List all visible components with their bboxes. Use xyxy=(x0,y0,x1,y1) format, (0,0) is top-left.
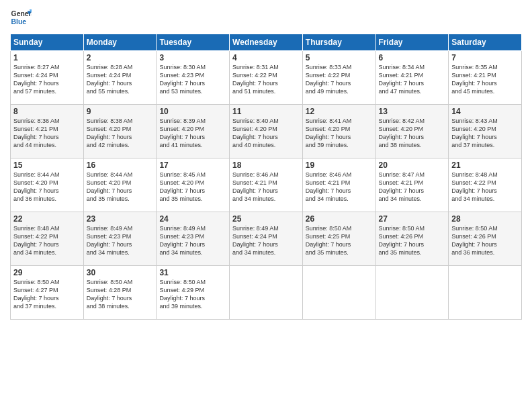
day-info: Sunrise: 8:50 AM Sunset: 4:29 PM Dayligh… xyxy=(159,278,226,311)
day-info: Sunrise: 8:27 AM Sunset: 4:24 PM Dayligh… xyxy=(13,63,81,96)
day-number: 25 xyxy=(232,214,300,224)
day-info: Sunrise: 8:36 AM Sunset: 4:21 PM Dayligh… xyxy=(13,117,81,150)
calendar-body: 1Sunrise: 8:27 AM Sunset: 4:24 PM Daylig… xyxy=(11,51,522,320)
day-cell-7: 7Sunrise: 8:35 AM Sunset: 4:21 PM Daylig… xyxy=(449,51,522,105)
day-number: 13 xyxy=(379,107,446,116)
day-info: Sunrise: 8:43 AM Sunset: 4:20 PM Dayligh… xyxy=(451,117,519,150)
day-info: Sunrise: 8:50 AM Sunset: 4:26 PM Dayligh… xyxy=(451,224,519,257)
svg-text:Blue: Blue xyxy=(11,18,27,26)
day-cell-11: 11Sunrise: 8:40 AM Sunset: 4:20 PM Dayli… xyxy=(230,105,303,158)
day-header-tuesday: Tuesday xyxy=(157,34,230,51)
day-number: 30 xyxy=(87,268,154,277)
day-cell-24: 24Sunrise: 8:49 AM Sunset: 4:23 PM Dayli… xyxy=(157,212,230,266)
day-number: 7 xyxy=(451,53,519,62)
page: General Blue SundayMondayTuesdayWednesda… xyxy=(0,0,532,411)
day-cell-12: 12Sunrise: 8:41 AM Sunset: 4:20 PM Dayli… xyxy=(302,105,375,158)
day-info: Sunrise: 8:42 AM Sunset: 4:20 PM Dayligh… xyxy=(379,117,446,150)
day-number: 4 xyxy=(232,53,300,62)
week-row-1: 1Sunrise: 8:27 AM Sunset: 4:24 PM Daylig… xyxy=(11,51,522,105)
day-info: Sunrise: 8:50 AM Sunset: 4:28 PM Dayligh… xyxy=(87,278,154,311)
day-cell-31: 31Sunrise: 8:50 AM Sunset: 4:29 PM Dayli… xyxy=(157,266,230,320)
week-row-5: 29Sunrise: 8:50 AM Sunset: 4:27 PM Dayli… xyxy=(11,266,522,320)
day-info: Sunrise: 8:49 AM Sunset: 4:23 PM Dayligh… xyxy=(159,224,226,257)
day-cell-20: 20Sunrise: 8:47 AM Sunset: 4:21 PM Dayli… xyxy=(375,158,449,212)
day-info: Sunrise: 8:47 AM Sunset: 4:21 PM Dayligh… xyxy=(379,171,446,203)
day-info: Sunrise: 8:41 AM Sunset: 4:20 PM Dayligh… xyxy=(306,117,373,150)
day-number: 26 xyxy=(306,214,373,224)
day-number: 10 xyxy=(159,107,226,116)
day-info: Sunrise: 8:44 AM Sunset: 4:20 PM Dayligh… xyxy=(13,171,81,203)
day-header-sunday: Sunday xyxy=(11,34,84,51)
day-number: 22 xyxy=(13,214,81,224)
day-cell-5: 5Sunrise: 8:33 AM Sunset: 4:22 PM Daylig… xyxy=(302,51,375,105)
empty-cell xyxy=(375,266,449,320)
empty-cell xyxy=(302,266,375,320)
day-number: 20 xyxy=(379,161,446,170)
day-info: Sunrise: 8:50 AM Sunset: 4:26 PM Dayligh… xyxy=(379,224,446,257)
day-cell-18: 18Sunrise: 8:46 AM Sunset: 4:21 PM Dayli… xyxy=(230,158,303,212)
day-cell-17: 17Sunrise: 8:45 AM Sunset: 4:20 PM Dayli… xyxy=(157,158,230,212)
day-number: 28 xyxy=(451,214,519,224)
day-number: 14 xyxy=(451,107,519,116)
day-number: 8 xyxy=(13,107,81,116)
day-number: 27 xyxy=(379,214,446,224)
day-number: 3 xyxy=(159,53,226,62)
day-info: Sunrise: 8:45 AM Sunset: 4:20 PM Dayligh… xyxy=(159,171,226,203)
day-number: 17 xyxy=(159,161,226,170)
day-cell-14: 14Sunrise: 8:43 AM Sunset: 4:20 PM Dayli… xyxy=(449,105,522,158)
calendar-table: SundayMondayTuesdayWednesdayThursdayFrid… xyxy=(10,34,522,320)
day-cell-26: 26Sunrise: 8:50 AM Sunset: 4:25 PM Dayli… xyxy=(302,212,375,266)
day-cell-21: 21Sunrise: 8:48 AM Sunset: 4:22 PM Dayli… xyxy=(449,158,522,212)
week-row-4: 22Sunrise: 8:48 AM Sunset: 4:22 PM Dayli… xyxy=(11,212,522,266)
day-info: Sunrise: 8:35 AM Sunset: 4:21 PM Dayligh… xyxy=(451,63,519,96)
day-info: Sunrise: 8:30 AM Sunset: 4:23 PM Dayligh… xyxy=(159,63,226,96)
day-number: 23 xyxy=(87,214,154,224)
day-cell-2: 2Sunrise: 8:28 AM Sunset: 4:24 PM Daylig… xyxy=(83,51,157,105)
logo: General Blue xyxy=(10,7,32,28)
day-cell-15: 15Sunrise: 8:44 AM Sunset: 4:20 PM Dayli… xyxy=(11,158,84,212)
day-number: 11 xyxy=(232,107,300,116)
day-number: 6 xyxy=(379,53,446,62)
day-number: 15 xyxy=(13,161,81,170)
day-cell-10: 10Sunrise: 8:39 AM Sunset: 4:20 PM Dayli… xyxy=(157,105,230,158)
day-cell-28: 28Sunrise: 8:50 AM Sunset: 4:26 PM Dayli… xyxy=(449,212,522,266)
day-header-wednesday: Wednesday xyxy=(230,34,303,51)
day-cell-30: 30Sunrise: 8:50 AM Sunset: 4:28 PM Dayli… xyxy=(83,266,157,320)
day-number: 5 xyxy=(306,53,373,62)
day-info: Sunrise: 8:40 AM Sunset: 4:20 PM Dayligh… xyxy=(232,117,300,150)
day-header-monday: Monday xyxy=(83,34,157,51)
day-info: Sunrise: 8:44 AM Sunset: 4:20 PM Dayligh… xyxy=(87,171,154,203)
day-info: Sunrise: 8:48 AM Sunset: 4:22 PM Dayligh… xyxy=(451,171,519,203)
day-cell-8: 8Sunrise: 8:36 AM Sunset: 4:21 PM Daylig… xyxy=(11,105,84,158)
day-number: 19 xyxy=(306,161,373,170)
calendar-header-row: SundayMondayTuesdayWednesdayThursdayFrid… xyxy=(11,34,522,51)
day-number: 16 xyxy=(87,161,154,170)
header: General Blue xyxy=(10,7,522,28)
day-info: Sunrise: 8:50 AM Sunset: 4:27 PM Dayligh… xyxy=(13,278,81,311)
day-cell-22: 22Sunrise: 8:48 AM Sunset: 4:22 PM Dayli… xyxy=(11,212,84,266)
day-cell-6: 6Sunrise: 8:34 AM Sunset: 4:21 PM Daylig… xyxy=(375,51,449,105)
day-info: Sunrise: 8:31 AM Sunset: 4:22 PM Dayligh… xyxy=(232,63,300,96)
day-header-thursday: Thursday xyxy=(302,34,375,51)
day-info: Sunrise: 8:46 AM Sunset: 4:21 PM Dayligh… xyxy=(232,171,300,203)
day-cell-25: 25Sunrise: 8:49 AM Sunset: 4:24 PM Dayli… xyxy=(230,212,303,266)
day-info: Sunrise: 8:48 AM Sunset: 4:22 PM Dayligh… xyxy=(13,224,81,257)
day-cell-3: 3Sunrise: 8:30 AM Sunset: 4:23 PM Daylig… xyxy=(157,51,230,105)
day-cell-1: 1Sunrise: 8:27 AM Sunset: 4:24 PM Daylig… xyxy=(11,51,84,105)
day-info: Sunrise: 8:46 AM Sunset: 4:21 PM Dayligh… xyxy=(306,171,373,203)
day-info: Sunrise: 8:49 AM Sunset: 4:23 PM Dayligh… xyxy=(87,224,154,257)
day-number: 12 xyxy=(306,107,373,116)
day-cell-27: 27Sunrise: 8:50 AM Sunset: 4:26 PM Dayli… xyxy=(375,212,449,266)
day-info: Sunrise: 8:34 AM Sunset: 4:21 PM Dayligh… xyxy=(379,63,446,96)
day-number: 21 xyxy=(451,161,519,170)
day-number: 1 xyxy=(13,53,81,62)
day-number: 18 xyxy=(232,161,300,170)
day-header-friday: Friday xyxy=(375,34,449,51)
day-number: 2 xyxy=(87,53,154,62)
day-number: 24 xyxy=(159,214,226,224)
day-number: 29 xyxy=(13,268,81,277)
week-row-2: 8Sunrise: 8:36 AM Sunset: 4:21 PM Daylig… xyxy=(11,105,522,158)
day-cell-4: 4Sunrise: 8:31 AM Sunset: 4:22 PM Daylig… xyxy=(230,51,303,105)
day-header-saturday: Saturday xyxy=(449,34,522,51)
day-info: Sunrise: 8:39 AM Sunset: 4:20 PM Dayligh… xyxy=(159,117,226,150)
